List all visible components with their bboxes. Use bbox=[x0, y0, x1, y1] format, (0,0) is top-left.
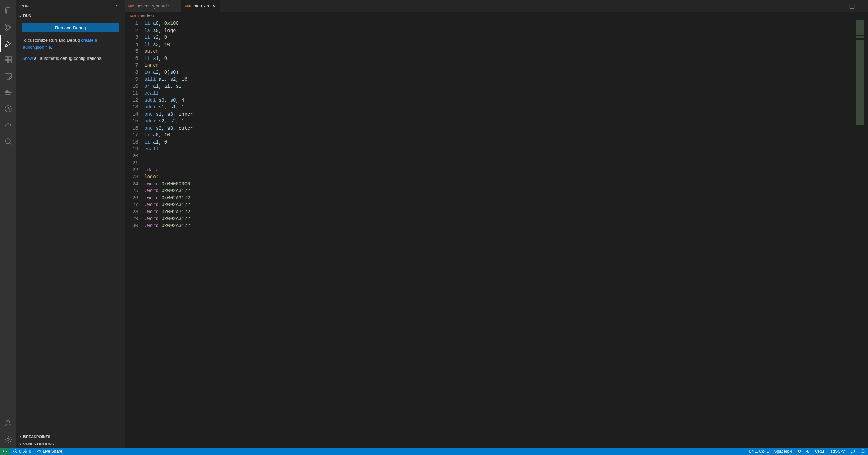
code-line[interactable]: li a0, 10 bbox=[144, 132, 868, 139]
code-line[interactable]: la s0, logo bbox=[144, 27, 868, 34]
eol[interactable]: CRLF bbox=[812, 448, 828, 455]
svg-rect-6 bbox=[5, 57, 8, 60]
code-line[interactable]: addi s0, s0, 4 bbox=[144, 97, 868, 104]
line-number: 10 bbox=[125, 83, 144, 90]
asm-badge-icon: ASM bbox=[185, 4, 191, 7]
line-gutter: 1234567891011121314151617181920212223242… bbox=[125, 19, 144, 448]
notifications-icon[interactable] bbox=[858, 448, 868, 455]
code-line[interactable]: .data bbox=[144, 167, 868, 174]
code-line[interactable]: bne s1, s3, inner bbox=[144, 111, 868, 118]
line-number: 30 bbox=[125, 222, 144, 230]
line-number: 23 bbox=[125, 173, 144, 181]
timeline-icon[interactable] bbox=[0, 101, 16, 117]
source-control-icon[interactable] bbox=[0, 19, 16, 35]
account-icon[interactable] bbox=[0, 415, 16, 431]
line-number: 1 bbox=[125, 20, 144, 27]
code-area[interactable]: li a0, 0x100la s0, logoli s2, 0li s3, 10… bbox=[144, 19, 868, 448]
code-line[interactable]: li s2, 0 bbox=[144, 34, 868, 41]
remote-indicator[interactable] bbox=[0, 448, 10, 455]
code-line[interactable]: or a1, a1, s1 bbox=[144, 83, 868, 90]
code-line[interactable] bbox=[144, 159, 868, 167]
svg-rect-7 bbox=[9, 57, 11, 60]
code-line[interactable]: .word 0x002A3172 bbox=[144, 201, 868, 208]
indentation[interactable]: Spaces: 4 bbox=[772, 448, 795, 455]
run-section-header[interactable]: ⌄ RUN bbox=[16, 12, 125, 19]
search-icon[interactable] bbox=[0, 133, 16, 150]
line-number: 24 bbox=[125, 181, 144, 188]
language-mode[interactable]: RISC-V bbox=[828, 448, 848, 455]
code-line[interactable]: lw a2, 0(s0) bbox=[144, 69, 868, 76]
editor-more-icon[interactable]: ⋯ bbox=[859, 3, 865, 9]
code-line[interactable]: .word 0x002A3172 bbox=[144, 215, 868, 222]
run-section-label: RUN bbox=[23, 14, 31, 18]
split-editor-icon[interactable] bbox=[849, 3, 855, 9]
svg-point-3 bbox=[6, 29, 7, 30]
sidebar-more-icon[interactable]: ⋯ bbox=[116, 4, 120, 8]
chevron-right-icon: › bbox=[18, 434, 23, 439]
line-number: 18 bbox=[125, 139, 144, 146]
run-debug-icon[interactable] bbox=[0, 35, 16, 52]
code-line[interactable]: addi s1, s1, 1 bbox=[144, 104, 868, 111]
breadcrumb[interactable]: ASM matrix.s bbox=[125, 12, 868, 19]
problems-indicator[interactable]: 0 0 bbox=[10, 448, 34, 455]
svg-point-11 bbox=[9, 77, 11, 79]
code-line[interactable]: li a0, 0x100 bbox=[144, 20, 868, 27]
feedback-icon[interactable] bbox=[848, 448, 858, 455]
extensions-icon[interactable] bbox=[0, 52, 16, 68]
share-icon[interactable] bbox=[0, 117, 16, 133]
run-and-debug-button[interactable]: Run and Debug bbox=[22, 23, 119, 32]
code-line[interactable]: .word 0x002A3172 bbox=[144, 195, 868, 202]
line-number: 28 bbox=[125, 208, 144, 216]
code-line[interactable]: li a1, 0 bbox=[144, 139, 868, 146]
explorer-icon[interactable] bbox=[0, 3, 16, 19]
breakpoints-label: BREAKPOINTS bbox=[23, 435, 50, 439]
code-line[interactable]: .word 0x002A3172 bbox=[144, 208, 868, 216]
code-line[interactable]: logo: bbox=[144, 173, 868, 181]
settings-gear-icon[interactable] bbox=[0, 431, 16, 448]
editor-main: ASMsevensegboard.s✕ASMmatrix.s✕ ⋯ ASM ma… bbox=[125, 0, 868, 448]
close-icon[interactable]: ✕ bbox=[211, 3, 216, 9]
line-number: 21 bbox=[125, 159, 144, 167]
tab-matrix-s[interactable]: ASMmatrix.s✕ bbox=[181, 0, 220, 12]
code-line[interactable]: ecall bbox=[144, 146, 868, 153]
line-number: 19 bbox=[125, 146, 144, 153]
tab-bar: ASMsevensegboard.s✕ASMmatrix.s✕ ⋯ bbox=[125, 0, 868, 12]
code-line[interactable]: bne s2, s3, outer bbox=[144, 125, 868, 132]
tab-sevensegboard-s[interactable]: ASMsevensegboard.s✕ bbox=[125, 0, 181, 12]
line-number: 14 bbox=[125, 111, 144, 118]
docker-icon[interactable] bbox=[0, 84, 16, 101]
warnings-count: 0 bbox=[29, 449, 31, 454]
code-line[interactable]: li s1, 0 bbox=[144, 55, 868, 62]
code-line[interactable]: .word 0x002A3172 bbox=[144, 187, 868, 195]
code-line[interactable]: outer: bbox=[144, 48, 868, 55]
line-number: 8 bbox=[125, 69, 144, 76]
encoding[interactable]: UTF-8 bbox=[795, 448, 812, 455]
line-number: 25 bbox=[125, 187, 144, 195]
code-line[interactable] bbox=[144, 153, 868, 160]
svg-rect-15 bbox=[7, 90, 8, 91]
line-number: 17 bbox=[125, 132, 144, 139]
code-line[interactable]: .word 0x00000000 bbox=[144, 181, 868, 188]
svg-point-18 bbox=[7, 420, 10, 423]
code-line[interactable]: inner: bbox=[144, 62, 868, 69]
live-share-button[interactable]: Live Share bbox=[34, 448, 65, 455]
sidebar: RUN ⋯ ⌄ RUN Run and Debug To customize R… bbox=[16, 0, 125, 448]
code-line[interactable]: li s3, 10 bbox=[144, 41, 868, 48]
sidebar-title-text: RUN bbox=[20, 4, 29, 8]
show-link[interactable]: Show bbox=[22, 56, 33, 61]
line-number: 15 bbox=[125, 118, 144, 125]
cursor-position[interactable]: Ln 1, Col 1 bbox=[746, 448, 772, 455]
code-line[interactable]: addi s2, s2, 1 bbox=[144, 118, 868, 125]
editor[interactable]: 1234567891011121314151617181920212223242… bbox=[125, 19, 868, 448]
minimap[interactable] bbox=[856, 19, 866, 448]
line-number: 6 bbox=[125, 55, 144, 62]
svg-point-4 bbox=[9, 27, 11, 28]
code-line[interactable]: slli a1, s2, 16 bbox=[144, 76, 868, 83]
code-line[interactable]: .word 0x002A3172 bbox=[144, 222, 868, 230]
remote-explorer-icon[interactable] bbox=[0, 68, 16, 84]
svg-point-19 bbox=[7, 438, 9, 440]
venus-options-section-header[interactable]: › VENUS OPTIONS bbox=[16, 440, 125, 448]
code-line[interactable]: ecall bbox=[144, 90, 868, 97]
live-share-label: Live Share bbox=[43, 449, 62, 454]
breakpoints-section-header[interactable]: › BREAKPOINTS bbox=[16, 433, 125, 440]
